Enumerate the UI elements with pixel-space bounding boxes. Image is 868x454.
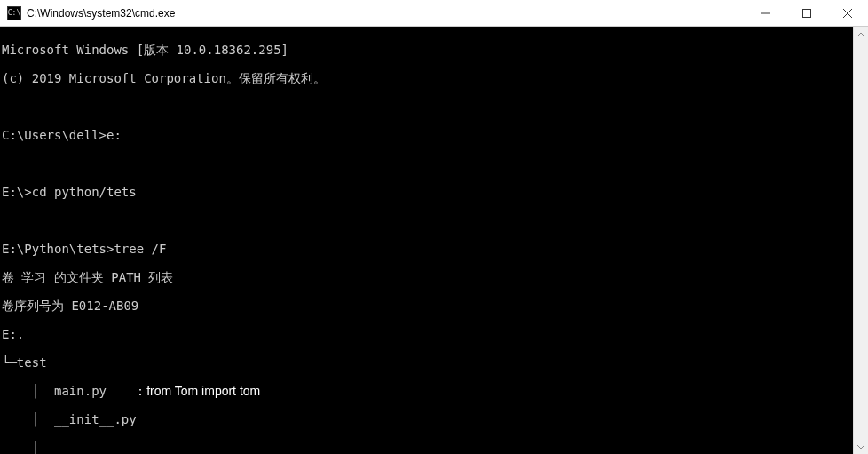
terminal-line — [2, 100, 868, 114]
terminal-line: └─test — [2, 355, 868, 370]
window-titlebar: C:\ C:\Windows\system32\cmd.exe — [0, 0, 868, 27]
terminal-line — [2, 156, 868, 171]
terminal-line: 卷 学习 的文件夹 PATH 列表 — [2, 270, 868, 284]
svg-rect-1 — [803, 10, 811, 18]
window-title: C:\Windows\system32\cmd.exe — [27, 7, 175, 20]
window-controls — [746, 0, 868, 27]
terminal-line: (c) 2019 Microsoft Corporation。保留所有权利。 — [2, 71, 868, 85]
terminal-line: │ __init__.py — [2, 412, 868, 426]
terminal-output[interactable]: Microsoft Windows [版本 10.0.18362.295] (c… — [0, 27, 868, 454]
minimize-button[interactable] — [746, 0, 786, 27]
terminal-line: Microsoft Windows [版本 10.0.18362.295] — [2, 43, 868, 57]
terminal-line: E:\>cd python/tets — [2, 185, 868, 199]
terminal-line — [2, 213, 868, 227]
scrollbar-track[interactable] — [854, 42, 868, 439]
terminal-line: E:\Python\tets>tree /F — [2, 242, 868, 256]
cmd-icon: C:\ — [7, 6, 21, 20]
maximize-button[interactable] — [786, 0, 827, 27]
terminal-line: │ main.py ：from Tom import tom — [2, 384, 868, 398]
terminal-line: E:. — [2, 327, 868, 341]
terminal-line: 卷序列号为 E012-AB09 — [2, 299, 868, 313]
annotation-main-py — [107, 384, 134, 398]
scroll-up-arrow-icon[interactable] — [854, 27, 868, 42]
terminal-line: │ — [2, 441, 868, 454]
terminal-line: C:\Users\dell>e: — [2, 128, 868, 142]
scroll-down-arrow-icon[interactable] — [854, 439, 868, 454]
vertical-scrollbar[interactable] — [853, 27, 868, 454]
close-button[interactable] — [827, 0, 868, 27]
